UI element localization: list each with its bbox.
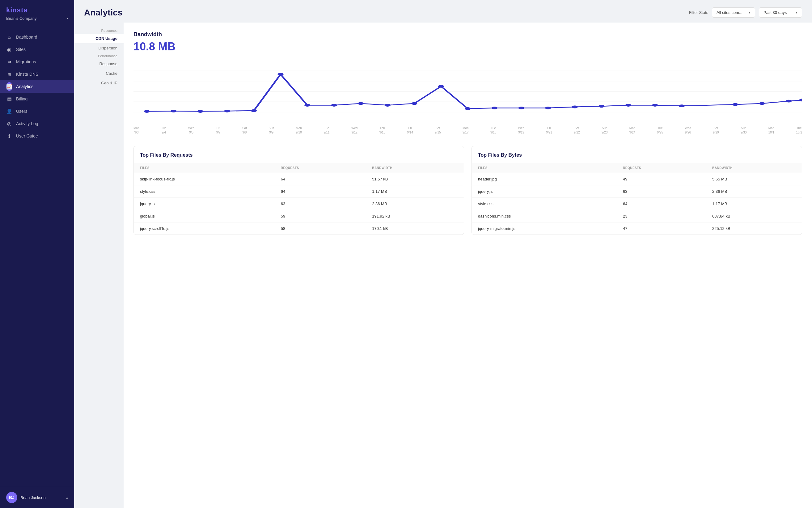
sidebar-item-label: Sites [16,47,26,52]
top-files-requests-card: Top Files By Requests FILES REQUESTS BAN… [133,146,464,235]
sidebar-nav: ⌂ Dashboard ◉ Sites ⇒ Migrations ≋ Kinst… [0,26,74,487]
sub-nav-section-performance: Performance [74,53,124,59]
filter-sites-select[interactable]: All sites com... ▾ [712,7,755,17]
migrations-icon: ⇒ [6,59,12,65]
sidebar-footer: BJ Brian Jackson ▴ [0,487,74,508]
top-files-bytes-title: Top Files By Bytes [472,146,802,163]
sub-nav-item-response[interactable]: Response [74,59,124,69]
bandwidth-value: 1.17 MB [706,198,802,210]
filter-period-value: Past 30 days [764,10,787,15]
requests-value: 47 [617,222,706,235]
bandwidth-chart [133,60,802,122]
svg-point-26 [732,103,738,106]
analytics-icon: 📈 [6,83,12,90]
svg-point-27 [759,102,765,105]
sidebar-item-activity-log[interactable]: ◎ Activity Log [0,117,74,130]
chart-label: Tue9/18 [490,126,496,135]
bandwidth-value: 10.8 MB [133,40,802,53]
svg-point-17 [465,107,471,110]
file-name: skip-link-focus-fix.js [134,173,275,185]
sidebar-item-kinsta-dns[interactable]: ≋ Kinsta DNS [0,68,74,80]
file-name: dashicons.min.css [472,210,617,222]
sidebar-item-sites[interactable]: ◉ Sites [0,43,74,56]
sub-nav: Resources CDN Usage Dispersion Performan… [74,23,124,508]
main-area: Analytics Filter Stats All sites com... … [74,0,812,508]
chart-label: Wed9/19 [518,126,524,135]
billing-icon: ▤ [6,96,12,102]
sub-nav-item-geo-ip[interactable]: Geo & IP [74,78,124,88]
sub-nav-item-cdn-usage[interactable]: CDN Usage [74,34,124,43]
svg-point-15 [411,102,417,105]
file-name: jquery-migrate.min.js [472,222,617,235]
svg-point-28 [786,100,792,102]
chart-label: Tue10/2 [796,126,802,135]
chart-label: Sat9/8 [242,126,247,135]
col-header-bandwidth: BANDWIDTH [706,163,802,173]
bandwidth-title: Bandwidth [133,31,802,38]
chart-label: Tue9/11 [324,126,329,135]
sidebar-item-users[interactable]: 👤 Users [0,105,74,117]
svg-point-24 [652,104,658,107]
tables-row: Top Files By Requests FILES REQUESTS BAN… [133,146,802,235]
file-name: jquery.js [134,198,275,210]
table-row: jquery.scrollTo.js 58 170.1 kB [134,222,464,235]
chart-label: Wed9/26 [685,126,691,135]
chart-label: Sat9/15 [435,126,441,135]
sidebar-item-dashboard[interactable]: ⌂ Dashboard [0,31,74,43]
svg-point-14 [385,104,391,107]
table-row: style.css 64 1.17 MB [134,185,464,198]
chevron-down-icon: ▾ [796,10,798,14]
bandwidth-value: 170.1 kB [366,222,464,235]
table-row: style.css 64 1.17 MB [472,198,802,210]
chart-label: Tue9/25 [657,126,663,135]
top-files-bytes-card: Top Files By Bytes FILES REQUESTS BANDWI… [471,146,802,235]
chevron-down-icon: ▾ [749,10,751,14]
filter-label: Filter Stats [689,10,708,15]
sub-nav-item-cache[interactable]: Cache [74,69,124,78]
chart-label: Tue9/4 [161,126,167,135]
top-files-requests-table: FILES REQUESTS BANDWIDTH skip-link-focus… [134,163,464,235]
svg-point-29 [799,98,802,101]
dns-icon: ≋ [6,71,12,77]
bandwidth-value: 2.36 MB [366,198,464,210]
svg-point-16 [438,85,444,88]
file-name: jquery.js [472,185,617,198]
chart-labels: Mon9/3 Tue9/4 Wed9/5 Fri9/7 Sat9/8 Sun9/… [133,125,802,136]
activity-log-icon: ◎ [6,121,12,127]
requests-value: 64 [275,173,366,185]
requests-value: 63 [617,185,706,198]
chart-label: Mon9/17 [463,126,468,135]
sidebar-item-migrations[interactable]: ⇒ Migrations [0,56,74,68]
sidebar-item-user-guide[interactable]: ℹ User Guide [0,130,74,142]
requests-value: 63 [275,198,366,210]
svg-point-22 [598,105,604,108]
filter-period-select[interactable]: Past 30 days ▾ [759,7,802,17]
requests-value: 49 [617,173,706,185]
svg-point-7 [198,110,203,113]
svg-point-8 [224,110,230,113]
chart-label: Mon9/3 [133,126,139,135]
requests-value: 59 [275,210,366,222]
chevron-up-icon: ▴ [66,495,68,500]
bandwidth-value: 5.65 MB [706,173,802,185]
chart-label: Sun9/23 [602,126,607,135]
sidebar-item-label: Activity Log [16,121,38,126]
sidebar-item-analytics[interactable]: 📈 Analytics [0,80,74,93]
sidebar-item-label: Billing [16,96,28,101]
content-area: Resources CDN Usage Dispersion Performan… [74,23,812,508]
company-selector[interactable]: Brian's Company ▾ [6,16,68,21]
sub-nav-item-dispersion[interactable]: Dispersion [74,43,124,53]
table-row: global.js 59 191.92 kB [134,210,464,222]
kinsta-logo: kinsta [6,6,68,14]
bandwidth-value: 2.36 MB [706,185,802,198]
chart-label: Mon9/24 [629,126,635,135]
company-name: Brian's Company [6,16,37,21]
chart-label: Sat9/22 [574,126,580,135]
sidebar-item-label: User Guide [16,133,38,138]
table-row: header.jpg 49 5.65 MB [472,173,802,185]
table-row: jquery-migrate.min.js 47 225.12 kB [472,222,802,235]
requests-value: 64 [617,198,706,210]
sidebar-item-billing[interactable]: ▤ Billing [0,93,74,105]
bandwidth-value: 1.17 MB [366,185,464,198]
chart-label: Mon10/1 [768,126,774,135]
